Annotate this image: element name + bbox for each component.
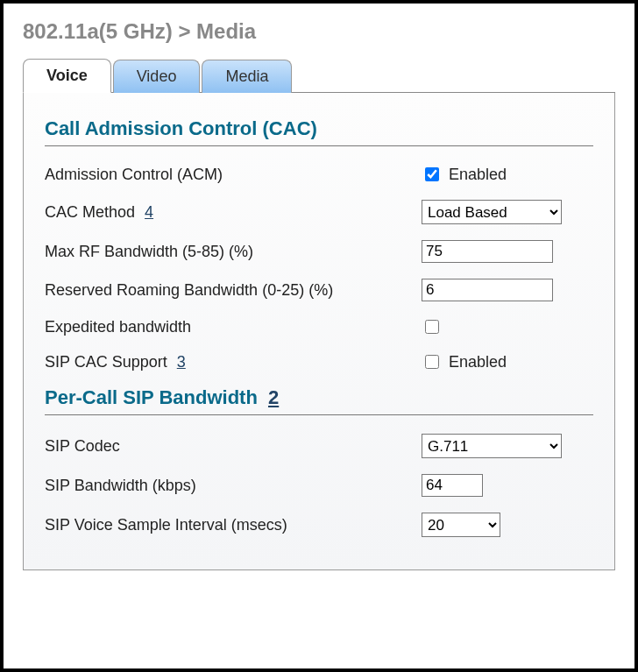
tab-bar: Voice Video Media [23, 58, 615, 93]
checkbox-acm[interactable] [425, 167, 439, 181]
label-sip-interval: SIP Voice Sample Interval (msecs) [45, 516, 422, 534]
label-sip-cac: SIP CAC Support [45, 353, 167, 371]
row-sip-cac: SIP CAC Support 3 Enabled [45, 344, 593, 379]
input-sip-bw[interactable] [422, 474, 483, 497]
label-sip-codec: SIP Codec [45, 437, 422, 456]
label-acm: Admission Control (ACM) [45, 166, 422, 184]
tab-video[interactable]: Video [113, 60, 201, 93]
row-max-rf: Max RF Bandwidth (5-85) (%) [45, 232, 593, 271]
select-sip-codec[interactable]: G.711 [422, 434, 562, 458]
row-acm: Admission Control (ACM) Enabled [45, 157, 593, 192]
input-reserved-roaming[interactable] [422, 279, 553, 301]
section-title-cac-text: Call Admission Control (CAC) [45, 117, 317, 139]
row-reserved-roaming: Reserved Roaming Bandwidth (0-25) (%) [45, 271, 593, 309]
row-sip-interval: SIP Voice Sample Interval (msecs) 20 [45, 505, 593, 545]
section-title-percall: Per-Call SIP Bandwidth 2 [45, 386, 593, 415]
footnote-sip-cac[interactable]: 3 [177, 353, 186, 371]
row-expedited: Expedited bandwidth [45, 309, 593, 344]
breadcrumb: 802.11a(5 GHz) > Media [23, 19, 615, 44]
checkbox-sip-cac[interactable] [425, 355, 439, 369]
input-max-rf[interactable] [422, 240, 553, 263]
label-reserved-roaming: Reserved Roaming Bandwidth (0-25) (%) [45, 281, 422, 300]
label-cac-method: CAC Method [45, 203, 135, 221]
checkbox-expedited[interactable] [425, 320, 439, 334]
select-cac-method[interactable]: Load Based [422, 200, 562, 224]
label-sip-bw: SIP Bandwidth (kbps) [45, 477, 422, 495]
footnote-percall[interactable]: 2 [268, 386, 279, 408]
app-frame: 802.11a(5 GHz) > Media Voice Video Media… [0, 0, 638, 672]
select-sip-interval[interactable]: 20 [422, 513, 500, 537]
row-cac-method: CAC Method 4 Load Based [45, 192, 593, 232]
tab-voice[interactable]: Voice [23, 59, 111, 93]
footnote-cac-method[interactable]: 4 [145, 203, 153, 221]
row-sip-bw: SIP Bandwidth (kbps) [45, 466, 593, 505]
tab-media[interactable]: Media [202, 60, 292, 93]
checkbox-sip-cac-label: Enabled [449, 353, 507, 371]
label-expedited: Expedited bandwidth [45, 318, 422, 336]
section-title-cac: Call Admission Control (CAC) [45, 117, 593, 146]
tab-panel-voice: Call Admission Control (CAC) Admission C… [23, 93, 615, 570]
row-sip-codec: SIP Codec G.711 [45, 426, 593, 466]
section-title-percall-text: Per-Call SIP Bandwidth [45, 386, 258, 408]
checkbox-acm-label: Enabled [449, 166, 507, 184]
label-max-rf: Max RF Bandwidth (5-85) (%) [45, 243, 422, 261]
